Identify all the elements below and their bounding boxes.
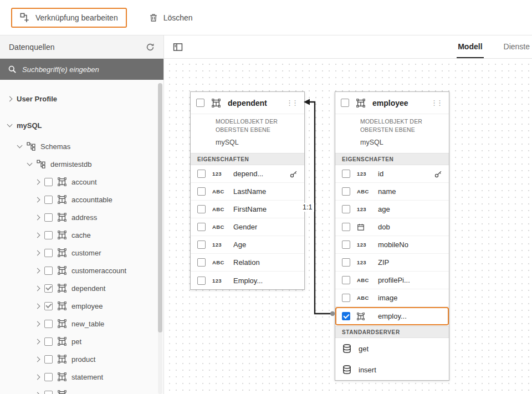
toggle-panel-button[interactable] bbox=[164, 35, 183, 58]
checkbox[interactable] bbox=[44, 231, 53, 239]
tree-item-cache[interactable]: cache bbox=[0, 226, 163, 244]
checkbox[interactable] bbox=[342, 258, 350, 267]
drag-handle-icon[interactable]: ⋮⋮ bbox=[286, 99, 299, 106]
checkbox[interactable] bbox=[44, 213, 53, 222]
checkbox[interactable] bbox=[197, 205, 206, 213]
chevron-right-icon[interactable] bbox=[35, 303, 40, 309]
checkbox[interactable] bbox=[44, 391, 53, 394]
checkbox[interactable] bbox=[44, 267, 53, 275]
chevron-right-icon[interactable] bbox=[35, 250, 40, 255]
checkbox[interactable] bbox=[197, 258, 206, 267]
checkbox[interactable] bbox=[44, 196, 53, 204]
chevron-right-icon[interactable] bbox=[35, 285, 40, 291]
checkbox[interactable] bbox=[342, 294, 350, 302]
chevron-down-icon[interactable] bbox=[27, 161, 33, 166]
drag-handle-icon[interactable]: ⋮⋮ bbox=[431, 99, 443, 106]
tree-item-accounttable[interactable]: accounttable bbox=[0, 191, 163, 208]
tree-item-address[interactable]: address bbox=[0, 208, 163, 226]
checkbox-checked[interactable] bbox=[342, 312, 350, 320]
checkbox[interactable] bbox=[342, 241, 350, 249]
chevron-right-icon[interactable] bbox=[35, 374, 40, 380]
relation-cardinality-label[interactable]: 1:1 bbox=[300, 203, 314, 212]
checkbox[interactable] bbox=[197, 170, 206, 178]
chevron-right-icon[interactable] bbox=[7, 96, 13, 101]
property-row[interactable]: ABC FirstName bbox=[191, 201, 304, 218]
property-row[interactable]: ABC Gender bbox=[191, 218, 304, 236]
scrollbar-thumb[interactable] bbox=[158, 83, 162, 332]
search-input[interactable] bbox=[22, 65, 156, 74]
chevron-down-icon[interactable] bbox=[7, 122, 13, 127]
property-row[interactable]: 123 ZIP bbox=[335, 254, 449, 272]
refresh-button[interactable] bbox=[146, 43, 155, 52]
checkbox[interactable] bbox=[44, 249, 53, 257]
property-row[interactable]: 123 Employ... bbox=[191, 272, 304, 289]
property-row[interactable]: 123 id bbox=[335, 165, 449, 183]
property-row[interactable]: dob bbox=[335, 218, 449, 236]
calendar-icon bbox=[357, 223, 371, 231]
delete-button[interactable]: Löschen bbox=[149, 13, 193, 22]
property-row[interactable]: ABC LastName bbox=[191, 183, 304, 201]
checkbox[interactable] bbox=[197, 187, 206, 196]
property-row[interactable]: 123 mobileNo bbox=[335, 236, 449, 254]
property-row-selected[interactable]: employ... bbox=[335, 307, 449, 326]
property-row[interactable]: ABC Relation bbox=[191, 254, 304, 272]
checkbox[interactable] bbox=[197, 223, 206, 231]
checkbox[interactable] bbox=[44, 178, 53, 186]
table-icon bbox=[58, 337, 66, 346]
checkbox[interactable] bbox=[341, 99, 349, 107]
entity-card-employee[interactable]: employee ⋮⋮ MODELLOBJEKT DER OBERSTEN EB… bbox=[335, 91, 449, 381]
property-row[interactable]: ABC name bbox=[335, 183, 449, 201]
checkbox[interactable] bbox=[342, 187, 350, 196]
chevron-right-icon[interactable] bbox=[35, 179, 40, 185]
tree-item-product[interactable]: product bbox=[0, 350, 163, 368]
tab-modell[interactable]: Modell bbox=[457, 35, 483, 58]
checkbox[interactable] bbox=[44, 373, 53, 381]
chevron-right-icon[interactable] bbox=[35, 197, 40, 202]
chevron-right-icon[interactable] bbox=[35, 214, 40, 220]
checkbox-checked[interactable] bbox=[44, 302, 53, 310]
entity-card-dependent[interactable]: dependent ⋮⋮ MODELLOBJEKT DER OBERSTEN E… bbox=[190, 91, 305, 290]
tree-item-mysql[interactable]: mySQL bbox=[0, 116, 163, 134]
checkbox[interactable] bbox=[342, 276, 350, 284]
tree-item-dermistestdb[interactable]: dermistestdb bbox=[0, 155, 163, 173]
sidebar-scrollbar[interactable] bbox=[158, 83, 162, 394]
chevron-right-icon[interactable] bbox=[35, 339, 40, 344]
model-canvas[interactable]: dependent ⋮⋮ MODELLOBJEKT DER OBERSTEN E… bbox=[164, 59, 532, 394]
tree-item-user-profile[interactable]: User Profile bbox=[0, 90, 163, 108]
property-row[interactable]: ABC profilePi... bbox=[335, 272, 449, 289]
checkbox[interactable] bbox=[197, 277, 206, 285]
tree-item-dependent[interactable]: dependent bbox=[0, 279, 163, 297]
checkbox[interactable] bbox=[44, 320, 53, 328]
property-row[interactable]: ABC image bbox=[335, 289, 449, 307]
tree-item-customer[interactable]: customer bbox=[0, 244, 163, 262]
service-get[interactable]: get bbox=[335, 338, 449, 359]
tree-item-schemas[interactable]: Schemas bbox=[0, 137, 163, 155]
checkbox-checked[interactable] bbox=[44, 284, 53, 293]
tree-item-employee[interactable]: employee bbox=[0, 297, 163, 315]
tab-dienste[interactable]: Dienste bbox=[503, 35, 531, 58]
property-row[interactable]: 123 depend... bbox=[191, 165, 304, 183]
tree-item-partial[interactable] bbox=[0, 386, 163, 394]
checkbox[interactable] bbox=[44, 355, 53, 364]
chevron-right-icon[interactable] bbox=[35, 392, 40, 394]
tree-item-customeraccount[interactable]: customeraccount bbox=[0, 262, 163, 279]
tree-item-statement[interactable]: statement bbox=[0, 368, 163, 386]
checkbox[interactable] bbox=[342, 170, 350, 178]
checkbox[interactable] bbox=[44, 337, 53, 346]
checkbox[interactable] bbox=[342, 223, 350, 231]
chevron-right-icon[interactable] bbox=[35, 268, 40, 273]
edit-link-button[interactable]: Verknüpfung bearbeiten bbox=[11, 8, 127, 28]
chevron-right-icon[interactable] bbox=[35, 321, 40, 326]
tree-item-account[interactable]: account bbox=[0, 173, 163, 191]
property-row[interactable]: 123 age bbox=[335, 201, 449, 218]
chevron-right-icon[interactable] bbox=[35, 232, 40, 238]
property-row[interactable]: 123 Age bbox=[191, 236, 304, 254]
checkbox[interactable] bbox=[342, 205, 350, 213]
service-insert[interactable]: insert bbox=[335, 359, 449, 380]
chevron-right-icon[interactable] bbox=[35, 356, 40, 362]
chevron-down-icon[interactable] bbox=[17, 143, 23, 149]
tree-item-pet[interactable]: pet bbox=[0, 332, 163, 350]
tree-item-new-table[interactable]: new_table bbox=[0, 315, 163, 332]
checkbox[interactable] bbox=[196, 99, 204, 107]
checkbox[interactable] bbox=[197, 241, 206, 249]
